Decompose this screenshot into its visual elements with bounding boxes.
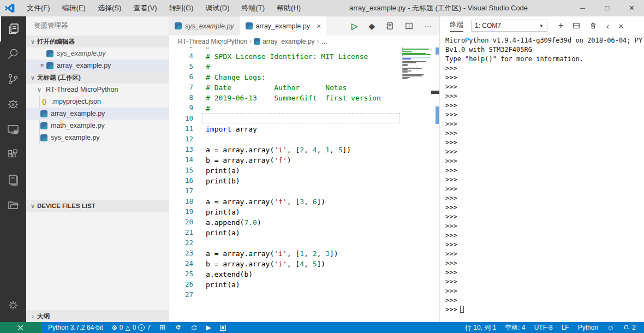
overview-cursor-mark bbox=[431, 91, 439, 94]
menu-help[interactable]: 帮助(H) bbox=[271, 0, 307, 16]
close-panel-icon[interactable]: × bbox=[618, 21, 623, 31]
window-title: array_example.py - 无标题 (工作区) - Visual St… bbox=[307, 3, 570, 13]
download-to-device-button[interactable]: ◆↓ bbox=[368, 21, 375, 31]
more-actions-button[interactable]: ··· bbox=[424, 22, 432, 31]
indentation-status[interactable]: 空格: 4 bbox=[501, 322, 529, 333]
code-line-21[interactable]: 21print(a) bbox=[169, 227, 439, 237]
debug-icon[interactable] bbox=[0, 92, 26, 117]
close-tab-icon[interactable]: × bbox=[317, 22, 321, 31]
source-control-icon[interactable] bbox=[0, 67, 26, 92]
code-line-8[interactable]: 8# 2019-06-13 SummerGift first version bbox=[169, 92, 439, 103]
sync-icon[interactable] bbox=[187, 322, 201, 333]
menu-file[interactable]: 文件(F) bbox=[21, 0, 56, 16]
code-line-18[interactable]: 18a = array.array('f', [3, 6]) bbox=[169, 196, 439, 206]
menu-selection[interactable]: 选择(S) bbox=[92, 0, 127, 16]
chevron-left-icon[interactable]: ‹ bbox=[606, 21, 609, 31]
minimap[interactable] bbox=[401, 47, 431, 135]
tab-array-example[interactable]: array_example.py × bbox=[240, 16, 327, 35]
file-mpyproject-json[interactable]: {} .mpyproject.json bbox=[26, 96, 169, 108]
code-line-15[interactable]: 15print(a) bbox=[169, 165, 439, 175]
code-line-17[interactable]: 17 bbox=[169, 186, 439, 196]
menu-terminal[interactable]: 终端(T) bbox=[235, 0, 271, 16]
code-line-12[interactable]: 12 bbox=[169, 134, 439, 144]
minimize-icon[interactable]: ─ bbox=[570, 0, 595, 16]
maximize-icon[interactable]: □ bbox=[595, 0, 619, 16]
code-line-16[interactable]: 16print(b) bbox=[169, 175, 439, 186]
code-line-11[interactable]: 11import array bbox=[169, 123, 439, 134]
code-line-5[interactable]: 5# bbox=[169, 61, 439, 72]
section-device-files[interactable]: ∨ DEVICE FILES LIST bbox=[26, 200, 169, 212]
stop-program-icon[interactable] bbox=[216, 322, 230, 333]
notifications-bell[interactable]: 2 bbox=[619, 322, 640, 333]
code-line-13[interactable]: 13a = array.array('i', [2, 4, 1, 5]) bbox=[169, 144, 439, 154]
explorer-icon[interactable] bbox=[0, 16, 26, 41]
section-outline[interactable]: › 大纲 bbox=[26, 310, 169, 322]
code-line-23[interactable]: 23a = array.array('i', [1, 2, 3]) bbox=[169, 248, 439, 258]
file-sys-example[interactable]: sys_example.py bbox=[26, 132, 169, 144]
tab-terminal[interactable]: 终端 bbox=[450, 20, 463, 32]
menu-debug[interactable]: 调试(D) bbox=[199, 0, 235, 16]
breadcrumb-file[interactable]: array_example.py bbox=[263, 38, 314, 45]
terminal-selector-dropdown[interactable]: 1: COM7 ▼ bbox=[471, 20, 547, 32]
code-line-6[interactable]: 6# Change Logs: bbox=[169, 72, 439, 82]
python-file-icon bbox=[40, 110, 47, 117]
python-interpreter-status[interactable]: Python 3.7.2 64-bit bbox=[44, 322, 107, 333]
remote-indicator[interactable] bbox=[0, 322, 41, 333]
new-terminal-icon[interactable]: + bbox=[558, 21, 563, 31]
menu-go[interactable]: 转到(G) bbox=[163, 0, 200, 16]
code-line-24[interactable]: 24b = array.array('i', [4, 5]) bbox=[169, 258, 439, 269]
menu-edit[interactable]: 编辑(E) bbox=[56, 0, 92, 16]
cursor-position-status[interactable]: 行 10, 列 1 bbox=[461, 322, 500, 333]
overview-ruler-scrollbar[interactable] bbox=[431, 47, 439, 322]
code-line-14[interactable]: 14b = array.array('f') bbox=[169, 154, 439, 165]
feedback-smiley-icon[interactable]: ☺ bbox=[603, 322, 618, 333]
code-line-9[interactable]: 9# bbox=[169, 103, 439, 113]
section-open-editors[interactable]: ∨ 打开的编辑器 bbox=[26, 35, 169, 47]
remote-device-icon[interactable] bbox=[0, 117, 26, 142]
file-array-example[interactable]: array_example.py bbox=[26, 108, 169, 120]
code-editor[interactable]: 3#4# SPDX-License-Identifier: MIT Licens… bbox=[169, 47, 439, 322]
device-folder-icon[interactable] bbox=[0, 192, 26, 217]
code-line-27[interactable]: 27 bbox=[169, 289, 439, 300]
section-workspace[interactable]: ∨ 无标题 (工作区) bbox=[26, 72, 169, 84]
terminal-prompt-line: >>> bbox=[445, 138, 644, 147]
problems-status[interactable]: ⊗0 △0 i7 bbox=[108, 322, 154, 333]
code-line-7[interactable]: 7# Date Author Notes bbox=[169, 82, 439, 92]
terminal-output[interactable]: MicroPython v1.9.4-114-g309fe39d on 2018… bbox=[440, 35, 644, 322]
add-board-icon[interactable]: ⊞ bbox=[156, 322, 170, 333]
breadcrumb-symbol[interactable]: … bbox=[321, 38, 328, 45]
usb-connection-icon[interactable] bbox=[171, 322, 186, 333]
project-notebook-icon[interactable] bbox=[0, 167, 26, 192]
menu-view[interactable]: 查看(V) bbox=[127, 0, 163, 16]
code-line-20[interactable]: 20a.append(7.0) bbox=[169, 217, 439, 227]
eol-status[interactable]: LF bbox=[558, 322, 573, 333]
code-line-19[interactable]: 19print(a) bbox=[169, 206, 439, 217]
encoding-status[interactable]: UTF-8 bbox=[530, 322, 557, 333]
extensions-icon[interactable] bbox=[0, 142, 26, 167]
memory-chip-button[interactable] bbox=[386, 22, 394, 30]
code-line-26[interactable]: 26print(a) bbox=[169, 279, 439, 289]
settings-gear-icon[interactable] bbox=[0, 293, 26, 318]
code-line-22[interactable]: 22 bbox=[169, 237, 439, 248]
folder-rt-thread-micropython[interactable]: ∨ RT-Thread MicroPython bbox=[26, 84, 169, 96]
kill-terminal-trash-icon[interactable] bbox=[589, 22, 597, 29]
close-icon[interactable]: ✕ bbox=[619, 0, 644, 16]
breadcrumb-folder[interactable]: RT-Thread MicroPython bbox=[178, 38, 247, 45]
line-number: 26 bbox=[169, 279, 193, 289]
split-terminal-icon[interactable] bbox=[573, 22, 580, 29]
code-line-10[interactable]: 10 bbox=[169, 113, 439, 123]
minimap-line bbox=[402, 51, 412, 52]
language-mode-status[interactable]: Python bbox=[574, 322, 602, 333]
file-math-example[interactable]: math_example.py bbox=[26, 120, 169, 132]
search-icon[interactable] bbox=[0, 41, 26, 67]
open-editor-array-example[interactable]: × array_example.py bbox=[26, 60, 169, 72]
code-line-25[interactable]: 25a.extend(b) bbox=[169, 269, 439, 279]
split-editor-button[interactable] bbox=[405, 22, 413, 30]
tab-sys-example[interactable]: sys_example.py bbox=[169, 16, 240, 35]
close-editor-icon[interactable]: × bbox=[38, 60, 46, 72]
sidebar-title: 资源管理器 bbox=[26, 16, 169, 35]
code-line-4[interactable]: 4# SPDX-License-Identifier: MIT License bbox=[169, 51, 439, 61]
run-file-button[interactable]: ▷ bbox=[351, 21, 358, 31]
run-program-icon[interactable]: ▶ bbox=[202, 322, 215, 333]
open-editor-sys-example[interactable]: sys_example.py bbox=[26, 47, 169, 60]
